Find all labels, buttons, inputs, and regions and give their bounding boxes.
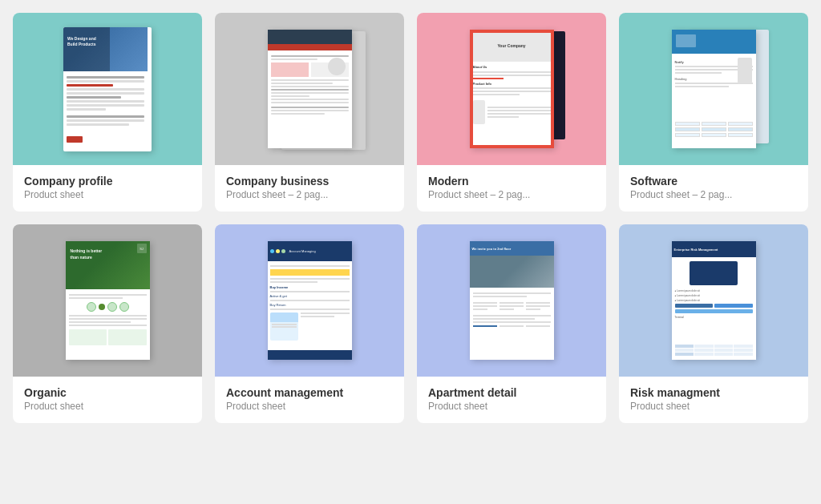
- card-modern[interactable]: Your Company About Us Product Info: [417, 13, 606, 212]
- card-title: Software: [630, 175, 797, 187]
- card-subtitle: Product sheet: [24, 189, 191, 200]
- card-organic[interactable]: Nothing is betterthan nature SJ: [13, 224, 202, 423]
- card-title: Company business: [226, 175, 393, 187]
- card-info-account-management: Account management Product sheet: [215, 377, 404, 423]
- thumbnail-apartment: We invite you to 2nd floor: [417, 224, 606, 377]
- card-account-management[interactable]: Account Managing Buy Income Active & get…: [215, 224, 404, 423]
- thumbnail-software: Notify Heading: [619, 13, 808, 165]
- card-company-profile[interactable]: We Design andBuild Products: [13, 13, 202, 212]
- card-subtitle: Product sheet – 2 pag...: [226, 189, 393, 200]
- thumbnail-company-profile: We Design andBuild Products: [13, 13, 202, 165]
- card-title: Account management: [226, 386, 393, 399]
- card-software[interactable]: Notify Heading: [619, 13, 808, 212]
- card-info-organic: Organic Product sheet: [13, 377, 202, 423]
- card-subtitle: Product sheet: [428, 401, 595, 412]
- card-title: Company profile: [24, 175, 191, 187]
- card-title: Organic: [24, 386, 191, 399]
- card-info-apartment-detail: Apartment detail Product sheet: [417, 377, 606, 423]
- card-info-risk-management: Risk managment Product sheet: [619, 377, 808, 423]
- card-subtitle: Product sheet: [24, 401, 191, 412]
- card-info-company-business: Company business Product sheet – 2 pag..…: [215, 165, 404, 212]
- thumbnail-organic: Nothing is betterthan nature SJ: [13, 224, 202, 377]
- card-subtitle: Product sheet: [630, 401, 797, 412]
- card-apartment-detail[interactable]: We invite you to 2nd floor: [417, 224, 606, 423]
- card-title: Risk managment: [630, 386, 797, 399]
- card-title: Apartment detail: [428, 386, 595, 399]
- card-info-modern: Modern Product sheet – 2 pag...: [417, 165, 606, 212]
- card-risk-management[interactable]: Enterprise Risk Management ● Lorem ipsum…: [619, 224, 808, 423]
- card-subtitle: Product sheet: [226, 401, 393, 412]
- card-title: Modern: [428, 175, 595, 187]
- card-info-company-profile: Company profile Product sheet: [13, 165, 202, 212]
- card-info-software: Software Product sheet – 2 pag...: [619, 165, 808, 212]
- thumbnail-modern: Your Company About Us Product Info: [417, 13, 606, 165]
- thumbnail-risk: Enterprise Risk Management ● Lorem ipsum…: [619, 224, 808, 377]
- card-company-business[interactable]: Company business Product sheet – 2 pag..…: [215, 13, 404, 212]
- card-subtitle: Product sheet – 2 pag...: [428, 189, 595, 200]
- thumbnail-account: Account Managing Buy Income Active & get…: [215, 224, 404, 377]
- card-subtitle: Product sheet – 2 pag...: [630, 189, 797, 200]
- template-grid: We Design andBuild Products: [13, 13, 808, 423]
- thumbnail-company-business: [215, 13, 404, 165]
